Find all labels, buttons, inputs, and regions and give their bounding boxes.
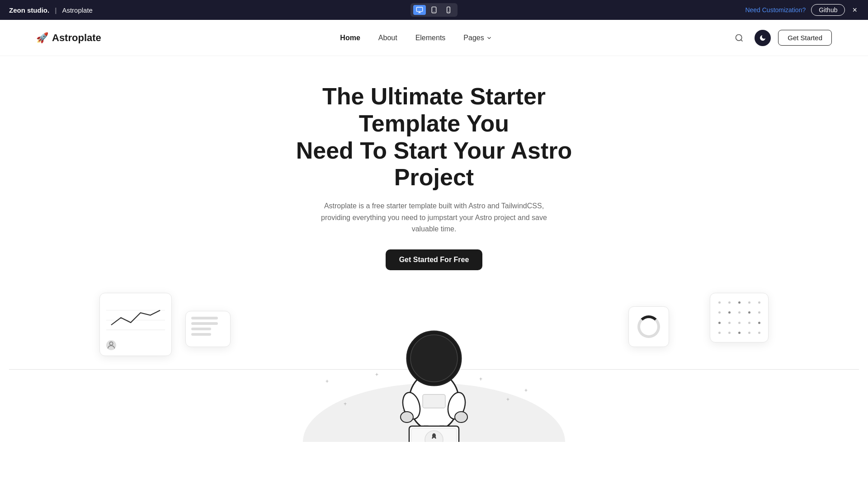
top-banner: Zeon studio. | Astroplate Need Customiza…: [0, 0, 868, 20]
dot: [728, 322, 731, 324]
nav-links: Home About Elements Pages: [340, 34, 492, 42]
dot: [738, 322, 741, 324]
svg-rect-0: [416, 7, 422, 11]
svg-point-14: [410, 335, 458, 382]
brand-name: Zeon studio.: [9, 6, 49, 14]
dot: [748, 322, 750, 324]
search-button[interactable]: [731, 30, 747, 46]
dot: [718, 332, 721, 334]
bottom-spacer: [0, 442, 868, 488]
tablet-device-btn[interactable]: [428, 5, 440, 15]
avatar-icon: [106, 340, 116, 350]
text-card: [185, 311, 231, 347]
hero-section: The Ultimate Starter Template You Need T…: [0, 56, 868, 442]
astronaut-container: [371, 306, 497, 442]
dot: [738, 332, 741, 334]
mobile-device-btn[interactable]: [442, 5, 455, 15]
banner-logo: Zeon studio. | Astroplate: [9, 6, 93, 14]
github-button[interactable]: Github: [811, 4, 845, 16]
dot: [758, 332, 760, 334]
dot: [758, 322, 760, 324]
svg-point-2: [434, 11, 434, 12]
chart-card: [99, 293, 172, 356]
need-customization-link[interactable]: Need Customization?: [745, 6, 806, 14]
theme-toggle-button[interactable]: [755, 30, 771, 46]
close-banner-button[interactable]: ×: [850, 5, 859, 16]
navbar: 🚀 Astroplate Home About Elements Pages G…: [0, 20, 868, 56]
text-line-1: [191, 317, 218, 319]
loader-card: [628, 306, 669, 347]
svg-point-19: [455, 412, 467, 422]
logo-divider: |: [55, 6, 57, 14]
astronaut-svg: [375, 311, 493, 442]
nav-home[interactable]: Home: [340, 34, 360, 42]
text-line-3: [191, 328, 211, 330]
nav-right: Get Started: [731, 30, 832, 46]
svg-point-4: [448, 11, 448, 12]
dot: [738, 311, 741, 314]
dot: [758, 311, 760, 314]
svg-rect-1: [432, 7, 436, 13]
svg-point-27: [432, 433, 436, 438]
product-name: Astroplate: [62, 6, 93, 14]
loader-ring: [637, 315, 660, 338]
nav-pages-dropdown[interactable]: Pages: [463, 34, 492, 42]
get-started-nav-button[interactable]: Get Started: [778, 30, 832, 46]
dot: [718, 322, 721, 324]
dot: [718, 301, 721, 304]
text-line-4: [191, 333, 211, 336]
get-started-cta-button[interactable]: Get Started For Free: [386, 249, 483, 270]
dot: [728, 301, 731, 304]
dot: [758, 301, 760, 304]
svg-point-9: [109, 342, 113, 345]
text-line-2: [191, 322, 218, 325]
star-icon: +: [506, 397, 509, 402]
dot: [748, 301, 750, 304]
dot: [738, 301, 741, 304]
star-icon: +: [326, 379, 329, 384]
svg-rect-3: [447, 7, 450, 13]
search-icon: [735, 33, 744, 42]
hero-subtitle: Astroplate is a free starter template bu…: [312, 200, 556, 235]
svg-point-18: [401, 412, 413, 422]
device-switcher: [410, 3, 458, 17]
chevron-down-icon: [486, 35, 492, 41]
svg-rect-15: [423, 394, 445, 408]
nav-elements[interactable]: Elements: [415, 34, 446, 42]
star-icon: +: [344, 401, 347, 407]
dot: [748, 311, 750, 314]
dot: [728, 311, 731, 314]
nav-logo: 🚀 Astroplate: [36, 32, 101, 44]
moon-icon: [759, 34, 766, 42]
rocket-icon: 🚀: [36, 32, 48, 44]
hero-title: The Ultimate Starter Template You Need T…: [276, 83, 592, 191]
dot: [748, 332, 750, 334]
nav-about[interactable]: About: [378, 34, 397, 42]
star-icon: +: [524, 388, 528, 393]
dots-card: [710, 293, 769, 343]
svg-point-5: [736, 34, 742, 40]
dot: [728, 332, 731, 334]
desktop-device-btn[interactable]: [413, 5, 426, 15]
banner-right: Need Customization? Github ×: [745, 4, 859, 16]
dot: [718, 311, 721, 314]
hero-visual: + + + + + + + + +: [9, 288, 859, 442]
nav-logo-text: Astroplate: [52, 32, 101, 44]
